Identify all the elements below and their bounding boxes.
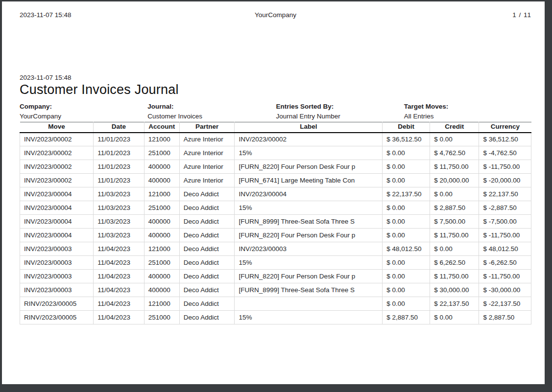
column-header-debit: Debit [383, 122, 430, 133]
cell-partner: Azure Interior [179, 146, 235, 160]
cell-date: 11/01/2023 [94, 133, 144, 146]
cell-label: [FURN_8220] Four Person Desk Four p [235, 160, 383, 174]
table-row: INV/2023/0000311/04/2023121000Deco Addic… [20, 242, 531, 256]
cell-debit: $ 36,512.50 [383, 133, 430, 146]
meta-sorted-by-value: Journal Entry Number [276, 112, 404, 121]
cell-account: 121000 [144, 297, 179, 311]
cell-account: 251000 [144, 201, 179, 215]
journal-table-body: INV/2023/0000211/01/2023121000Azure Inte… [20, 133, 531, 324]
cell-currency: $ -30,000.00 [479, 283, 531, 297]
cell-credit: $ 0.00 [430, 133, 479, 146]
cell-account: 251000 [144, 311, 179, 324]
cell-label: [FURN_8999] Three-Seat Sofa Three S [235, 283, 383, 297]
cell-move: INV/2023/00003 [20, 270, 94, 283]
cell-credit: $ 0.00 [430, 311, 479, 324]
cell-currency: $ -20,000.00 [479, 174, 531, 187]
cell-move: INV/2023/00004 [20, 187, 94, 201]
cell-date: 11/03/2023 [94, 229, 144, 242]
cell-debit: $ 22,137.50 [383, 187, 430, 201]
meta-target-moves: Target Moves: All Entries [404, 102, 531, 121]
cell-currency: $ 22,137.50 [479, 187, 531, 201]
meta-target-moves-value: All Entries [404, 112, 531, 121]
cell-partner: Deco Addict [179, 270, 235, 283]
cell-partner: Azure Interior [179, 133, 235, 146]
cell-partner: Azure Interior [179, 160, 235, 174]
column-header-date: Date [94, 122, 144, 133]
cell-currency: $ 48,012.50 [479, 242, 531, 256]
cell-partner: Deco Addict [179, 201, 235, 215]
table-row: RINV/2023/0000511/04/2023121000Deco Addi… [20, 297, 531, 311]
cell-partner: Deco Addict [179, 297, 235, 311]
cell-label: [FURN_8999] Three-Seat Sofa Three S [235, 215, 383, 229]
cell-credit: $ 7,500.00 [430, 215, 479, 229]
cell-label: INV/2023/00003 [235, 242, 383, 256]
cell-credit: $ 30,000.00 [430, 283, 479, 297]
cell-currency: $ -7,500.00 [479, 215, 531, 229]
report-body: 2023-11-07 15:48 Customer Invoices Journ… [20, 74, 531, 324]
cell-account: 400000 [144, 283, 179, 297]
column-header-move: Move [20, 122, 94, 133]
table-row: INV/2023/0000211/01/2023121000Azure Inte… [20, 133, 531, 146]
cell-date: 11/01/2023 [94, 174, 144, 187]
cell-move: INV/2023/00002 [20, 174, 94, 187]
cell-credit: $ 0.00 [430, 242, 479, 256]
table-row: INV/2023/0000311/04/2023400000Deco Addic… [20, 283, 531, 297]
column-header-partner: Partner [179, 122, 235, 133]
cell-credit: $ 0.00 [430, 187, 479, 201]
cell-credit: $ 11,750.00 [430, 160, 479, 174]
table-row: INV/2023/0000211/01/2023400000Azure Inte… [20, 160, 531, 174]
cell-date: 11/04/2023 [94, 311, 144, 324]
report-meta: Company: YourCompany Journal: Customer I… [20, 102, 531, 121]
cell-date: 11/01/2023 [94, 160, 144, 174]
cell-label: [FURN_8220] Four Person Desk Four p [235, 270, 383, 283]
cell-account: 400000 [144, 229, 179, 242]
cell-debit: $ 0.00 [383, 174, 430, 187]
cell-currency: $ -4,762.50 [479, 146, 531, 160]
report-datetime: 2023-11-07 15:48 [20, 74, 531, 81]
cell-debit: $ 0.00 [383, 146, 430, 160]
cell-debit: $ 0.00 [383, 297, 430, 311]
cell-currency: $ -22,137.50 [479, 297, 531, 311]
cell-debit: $ 0.00 [383, 270, 430, 283]
cell-label: 15% [235, 201, 383, 215]
column-header-account: Account [144, 122, 179, 133]
cell-credit: $ 20,000.00 [430, 174, 479, 187]
cell-partner: Deco Addict [179, 256, 235, 270]
cell-debit: $ 0.00 [383, 201, 430, 215]
meta-company: Company: YourCompany [20, 102, 147, 121]
cell-debit: $ 0.00 [383, 256, 430, 270]
cell-credit: $ 22,137.50 [430, 297, 479, 311]
meta-journal: Journal: Customer Invoices [147, 102, 275, 121]
cell-move: INV/2023/00003 [20, 242, 94, 256]
table-row: INV/2023/0000311/04/2023400000Deco Addic… [20, 270, 531, 283]
cell-credit: $ 6,262.50 [430, 256, 479, 270]
header-datetime: 2023-11-07 15:48 [20, 11, 190, 19]
meta-company-label: Company: [20, 102, 147, 112]
cell-label: [FURN_8220] Four Person Desk Four p [235, 229, 383, 242]
cell-partner: Deco Addict [179, 187, 235, 201]
cell-currency: $ 36,512.50 [479, 133, 531, 146]
cell-label [235, 297, 383, 311]
meta-company-value: YourCompany [20, 112, 147, 121]
cell-credit: $ 11,750.00 [430, 229, 479, 242]
cell-account: 400000 [144, 160, 179, 174]
table-row: RINV/2023/0000511/04/2023251000Deco Addi… [20, 311, 531, 324]
table-row: INV/2023/0000411/03/2023400000Deco Addic… [20, 229, 531, 242]
cell-partner: Deco Addict [179, 242, 235, 256]
meta-sorted-by-label: Entries Sorted By: [276, 102, 404, 112]
cell-move: INV/2023/00002 [20, 133, 94, 146]
header-company-name: YourCompany [190, 11, 360, 19]
cell-move: INV/2023/00003 [20, 283, 94, 297]
cell-partner: Azure Interior [179, 174, 235, 187]
table-row: INV/2023/0000411/03/2023400000Deco Addic… [20, 215, 531, 229]
cell-move: INV/2023/00004 [20, 201, 94, 215]
cell-date: 11/03/2023 [94, 215, 144, 229]
cell-account: 400000 [144, 270, 179, 283]
meta-journal-value: Customer Invoices [147, 112, 275, 121]
cell-account: 400000 [144, 174, 179, 187]
table-row: INV/2023/0000311/04/2023251000Deco Addic… [20, 256, 531, 270]
table-row: INV/2023/0000211/01/2023400000Azure Inte… [20, 174, 531, 187]
cell-label: INV/2023/00004 [235, 187, 383, 201]
journal-entries-table: Move Date Account Partner Label Debit Cr… [20, 122, 531, 324]
cell-credit: $ 11,750.00 [430, 270, 479, 283]
